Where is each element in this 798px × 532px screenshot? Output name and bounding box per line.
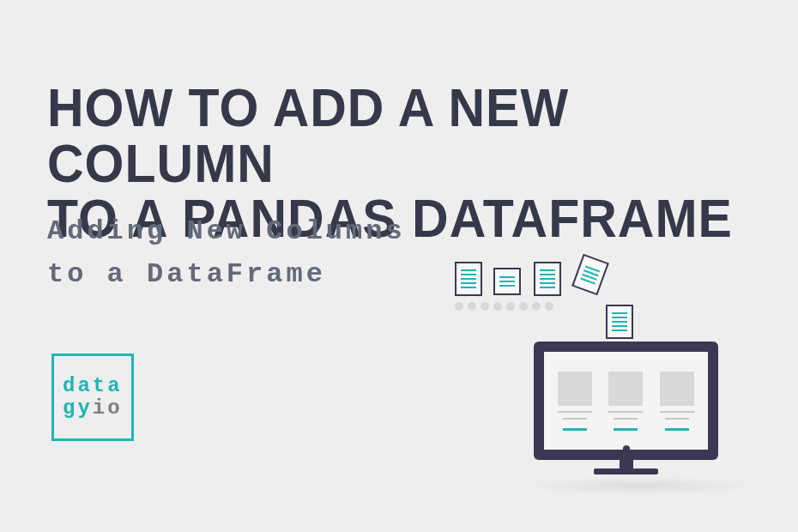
- monitor-column-icon: [558, 372, 592, 431]
- doc-line-icon: [461, 282, 476, 284]
- subtitle-line-2: to a DataFrame: [47, 258, 326, 290]
- placeholder-line-icon: [608, 411, 643, 413]
- doc-line-icon: [612, 321, 627, 323]
- placeholder-line-icon: [563, 418, 587, 420]
- doc-line-icon: [540, 274, 555, 275]
- dot-icon: [493, 302, 502, 311]
- dot-icon: [468, 302, 476, 311]
- monitor-column-icon: [660, 372, 694, 431]
- doc-line-icon: [461, 287, 476, 288]
- placeholder-line-icon: [614, 418, 638, 420]
- doc-line-icon: [499, 276, 515, 278]
- doc-line-icon: [499, 285, 515, 287]
- monitor-column-icon: [608, 372, 643, 431]
- monitor-button-icon: [623, 445, 630, 452]
- logo-text-line-2: gyio: [63, 397, 123, 420]
- document-icon: [534, 262, 561, 296]
- shadow-decoration: [519, 476, 759, 495]
- doc-line-icon: [612, 312, 627, 314]
- accent-bar-icon: [665, 428, 689, 431]
- placeholder-rect-icon: [558, 372, 592, 406]
- doc-line-icon: [612, 317, 627, 318]
- dot-icon: [545, 302, 553, 311]
- subtitle-line-1: Adding New Columns: [47, 215, 406, 247]
- doc-line-icon: [461, 278, 476, 280]
- placeholder-line-icon: [660, 411, 694, 413]
- doc-line-icon: [612, 329, 627, 331]
- monitor-screen-icon: [544, 352, 708, 450]
- placeholder-rect-icon: [660, 372, 694, 406]
- title-line-1: HOW TO ADD A NEW COLUMN: [47, 77, 569, 194]
- doc-line-icon: [540, 287, 555, 288]
- accent-bar-icon: [614, 428, 638, 431]
- accent-bar-icon: [563, 428, 587, 431]
- dot-icon: [519, 302, 528, 311]
- page-subtitle: Adding New Columns to a DataFrame: [47, 210, 406, 295]
- placeholder-rect-icon: [608, 372, 643, 406]
- doc-line-icon: [461, 274, 476, 275]
- doc-line-icon: [499, 281, 515, 282]
- doc-line-icon: [540, 269, 555, 271]
- doc-line-icon: [461, 269, 476, 271]
- logo-io: io: [93, 396, 123, 420]
- monitor-base-icon: [594, 469, 658, 475]
- logo-gy: gy: [63, 396, 93, 420]
- computer-monitor-illustration: [534, 342, 718, 475]
- placeholder-line-icon: [665, 418, 689, 420]
- logo-text-line-1: data: [63, 375, 123, 397]
- doc-line-icon: [612, 325, 627, 327]
- dot-icon: [455, 302, 463, 311]
- document-icon: [606, 305, 633, 339]
- monitor-frame-icon: [534, 342, 718, 460]
- dots-decoration: [455, 302, 553, 311]
- datagy-logo: data gyio: [51, 354, 134, 441]
- monitor-stand-icon: [620, 460, 633, 469]
- dot-icon: [532, 302, 541, 311]
- document-icon: [455, 262, 482, 296]
- document-icon: [493, 268, 521, 295]
- doc-line-icon: [540, 282, 555, 284]
- placeholder-line-icon: [558, 411, 592, 413]
- dot-icon: [506, 302, 515, 311]
- dot-icon: [481, 302, 489, 311]
- document-icon: [571, 254, 609, 296]
- doc-line-icon: [540, 278, 555, 280]
